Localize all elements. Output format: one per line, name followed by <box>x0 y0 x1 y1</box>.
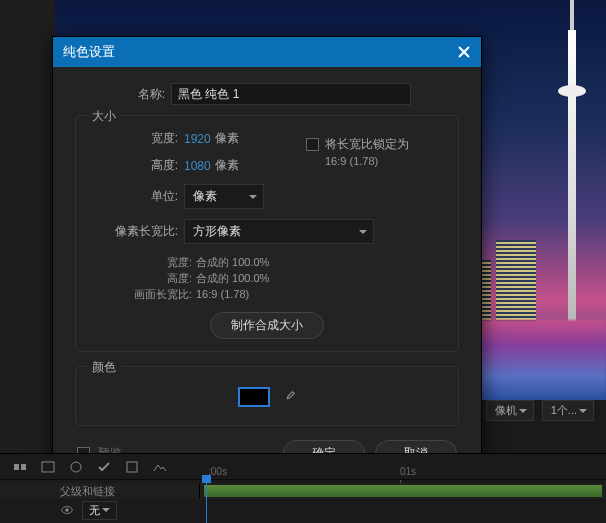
views-dropdown[interactable]: 1个... <box>542 400 594 421</box>
color-swatch[interactable] <box>238 387 270 407</box>
solid-settings-dialog: 纯色设置 名称: 大小 宽度: 1920 像素 高度: 1080 <box>52 36 482 486</box>
tool-icon-6[interactable] <box>152 459 168 475</box>
eyedropper-icon[interactable] <box>282 390 296 404</box>
track-bar[interactable] <box>204 485 602 497</box>
svg-rect-4 <box>127 462 137 472</box>
tool-icon-1[interactable] <box>12 459 28 475</box>
svg-point-3 <box>71 462 81 472</box>
timeline-panel: :00s 01s 父级和链接 无 <box>0 453 606 523</box>
svg-point-6 <box>65 508 69 512</box>
close-icon[interactable] <box>457 45 471 59</box>
color-fieldset: 颜色 <box>75 366 459 426</box>
size-fieldset: 大小 宽度: 1920 像素 高度: 1080 像素 <box>75 115 459 352</box>
info-frame-value: 16:9 (1.78) <box>196 286 249 302</box>
layer-parent-select[interactable]: 无 <box>82 501 117 520</box>
tool-icon-3[interactable] <box>68 459 84 475</box>
svg-rect-2 <box>42 462 54 472</box>
time-tick-1: 01s <box>400 466 416 477</box>
make-comp-size-button[interactable]: 制作合成大小 <box>210 312 324 339</box>
playhead[interactable] <box>206 479 207 523</box>
size-legend: 大小 <box>86 108 122 125</box>
name-label: 名称: <box>75 86 171 103</box>
info-height-value: 合成的 100.0% <box>196 270 269 286</box>
tool-icon-2[interactable] <box>40 459 56 475</box>
info-width-label: 宽度: <box>118 254 196 270</box>
name-input[interactable] <box>171 83 411 105</box>
width-value[interactable]: 1920 <box>184 132 211 146</box>
lock-aspect-value: 16:9 (1.78) <box>306 155 446 167</box>
height-unit: 像素 <box>215 157 239 174</box>
dialog-title: 纯色设置 <box>63 43 115 61</box>
width-label: 宽度: <box>88 130 184 147</box>
svg-rect-1 <box>21 464 26 470</box>
unit-select[interactable]: 像素 <box>184 184 264 209</box>
tool-icon-4[interactable] <box>96 459 112 475</box>
visibility-icon[interactable] <box>60 503 74 517</box>
lock-aspect-label: 将长宽比锁定为 <box>325 136 409 153</box>
height-value[interactable]: 1080 <box>184 159 211 173</box>
lock-aspect-checkbox[interactable] <box>306 138 319 151</box>
svg-rect-0 <box>14 464 19 470</box>
unit-label: 单位: <box>88 188 184 205</box>
par-select[interactable]: 方形像素 <box>184 219 374 244</box>
dialog-titlebar[interactable]: 纯色设置 <box>53 37 481 67</box>
height-label: 高度: <box>88 157 184 174</box>
left-panel <box>0 0 55 523</box>
color-legend: 颜色 <box>86 359 122 376</box>
width-unit: 像素 <box>215 130 239 147</box>
info-frame-label: 画面长宽比: <box>118 286 196 302</box>
track-header-label: 父级和链接 <box>0 484 200 499</box>
tool-icon-5[interactable] <box>124 459 140 475</box>
info-width-value: 合成的 100.0% <box>196 254 269 270</box>
camera-dropdown[interactable]: 像机 <box>486 400 534 421</box>
par-label: 像素长宽比: <box>88 223 184 240</box>
info-height-label: 高度: <box>118 270 196 286</box>
